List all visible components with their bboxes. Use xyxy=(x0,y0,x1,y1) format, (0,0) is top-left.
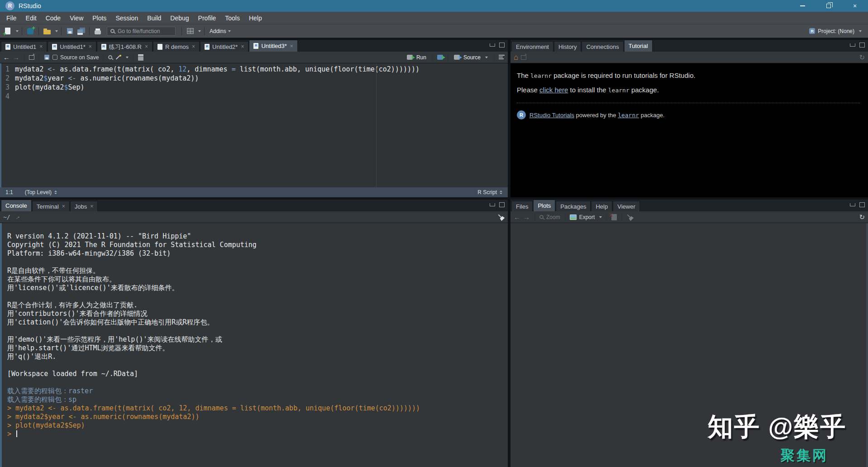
open-in-new-window-icon[interactable] xyxy=(29,55,34,60)
save-document-icon[interactable] xyxy=(44,55,49,60)
export-button[interactable]: Export xyxy=(579,214,595,220)
find-replace-icon[interactable] xyxy=(108,55,112,59)
files-tab-help[interactable]: Help xyxy=(591,201,612,211)
files-tab-viewer[interactable]: Viewer xyxy=(613,201,640,211)
console-tab-console[interactable]: Console xyxy=(1,200,32,211)
env-tab-environment[interactable]: Environment xyxy=(511,41,553,52)
code-line[interactable]: 4 xyxy=(1,92,508,101)
addins-dropdown[interactable]: Addins xyxy=(208,28,233,34)
close-icon[interactable]: × xyxy=(89,44,92,49)
open-in-new-window-icon[interactable] xyxy=(521,55,526,60)
menu-file[interactable]: File xyxy=(2,12,21,24)
menu-edit[interactable]: Edit xyxy=(21,12,41,24)
menu-code[interactable]: Code xyxy=(41,12,65,24)
rerun-icon[interactable] xyxy=(437,55,443,60)
working-directory[interactable]: ~/ xyxy=(3,214,10,220)
minimize-pane-icon[interactable] xyxy=(490,43,495,47)
run-button[interactable]: Run xyxy=(405,54,428,61)
clear-console-icon[interactable] xyxy=(496,212,506,222)
console-output[interactable]: R version 4.1.2 (2021-11-01) -- "Bird Hi… xyxy=(0,223,508,467)
close-icon[interactable]: × xyxy=(90,204,93,209)
scope-selector[interactable]: (Top Level) xyxy=(25,189,57,195)
clear-all-plots-icon[interactable] xyxy=(625,212,635,222)
project-selector[interactable]: R Project: (None) xyxy=(809,28,865,34)
export-dropdown-icon[interactable] xyxy=(599,216,602,218)
code-tools-dropdown-icon[interactable] xyxy=(126,57,129,58)
document-outline-icon[interactable] xyxy=(499,54,505,60)
close-icon[interactable]: × xyxy=(192,44,195,49)
close-icon[interactable]: × xyxy=(62,204,65,209)
maximize-pane-icon[interactable] xyxy=(499,202,505,207)
new-project-icon[interactable] xyxy=(25,26,35,36)
code-line[interactable]: 2mydata2$year <- as.numeric(rownames(myd… xyxy=(1,74,508,83)
open-recent-dropdown-icon[interactable] xyxy=(55,30,58,32)
menu-view[interactable]: View xyxy=(65,12,88,24)
next-plot-icon[interactable]: → xyxy=(523,214,530,220)
menu-tools[interactable]: Tools xyxy=(220,12,244,24)
close-icon[interactable]: × xyxy=(290,43,293,49)
panes-layout-dropdown-icon[interactable] xyxy=(198,30,201,32)
print-icon[interactable] xyxy=(93,26,103,36)
code-tools-icon[interactable] xyxy=(115,54,121,61)
link[interactable]: learnr xyxy=(618,112,639,119)
back-icon[interactable]: ← xyxy=(3,54,10,61)
maximize-pane-icon[interactable] xyxy=(499,43,505,48)
home-icon[interactable]: ⌂ xyxy=(514,53,518,61)
menu-help[interactable]: Help xyxy=(244,12,267,24)
minimize-pane-icon[interactable] xyxy=(850,203,855,206)
goto-file-input[interactable]: Go to file/function xyxy=(107,27,176,36)
zoom-plot-icon[interactable] xyxy=(539,215,544,219)
new-file-dropdown-icon[interactable] xyxy=(16,30,19,32)
code-line[interactable]: 3plot(mydata2$Sep) xyxy=(1,83,508,92)
editor-tab--1-608-r[interactable]: 练习1-608.R× xyxy=(97,41,153,52)
files-tab-plots[interactable]: Plots xyxy=(533,200,555,211)
env-tab-connections[interactable]: Connections xyxy=(582,41,623,52)
close-icon[interactable]: × xyxy=(145,44,148,49)
files-tab-files[interactable]: Files xyxy=(511,201,533,211)
minimize-button[interactable] xyxy=(789,0,816,12)
minimize-pane-icon[interactable] xyxy=(850,43,855,47)
compile-report-icon[interactable] xyxy=(138,54,143,61)
link[interactable]: RStudio Tutorials xyxy=(529,112,574,119)
source-on-save-checkbox[interactable] xyxy=(52,55,57,60)
save-all-icon[interactable] xyxy=(76,26,86,36)
menu-session[interactable]: Session xyxy=(111,12,143,24)
editor-tab-untitled1-[interactable]: Untitled1*× xyxy=(48,41,96,52)
editor-tab-untitled3-[interactable]: Untitled3*× xyxy=(249,40,297,52)
source-button[interactable]: Source xyxy=(453,54,489,61)
maximize-pane-icon[interactable] xyxy=(859,43,865,48)
files-tab-packages[interactable]: Packages xyxy=(556,201,591,211)
menu-debug[interactable]: Debug xyxy=(166,12,193,24)
menu-plots[interactable]: Plots xyxy=(88,12,111,24)
console-tab-terminal[interactable]: Terminal× xyxy=(32,201,70,211)
open-file-icon[interactable] xyxy=(42,26,52,36)
menu-build[interactable]: Build xyxy=(143,12,166,24)
refresh-icon[interactable]: ↻ xyxy=(859,214,865,220)
maximize-pane-icon[interactable] xyxy=(859,202,865,207)
minimize-pane-icon[interactable] xyxy=(490,203,495,206)
env-tab-tutorial[interactable]: Tutorial xyxy=(624,40,653,52)
save-icon[interactable] xyxy=(65,26,75,36)
refresh-icon[interactable]: ↻ xyxy=(859,54,865,61)
code-editor[interactable]: 1mydata2 <- as.data.frame(t(matrix( co2,… xyxy=(0,63,508,187)
link[interactable]: click here xyxy=(539,86,568,94)
panes-layout-icon[interactable] xyxy=(185,26,195,36)
previous-plot-icon[interactable]: ← xyxy=(514,214,520,220)
console-tab-jobs[interactable]: Jobs× xyxy=(70,201,98,211)
forward-icon[interactable]: → xyxy=(13,54,19,61)
remove-plot-icon[interactable] xyxy=(611,214,617,220)
new-file-icon[interactable] xyxy=(3,26,13,36)
doc-type-selector[interactable]: R Script xyxy=(477,189,502,195)
close-icon[interactable]: × xyxy=(241,44,244,49)
maximize-button[interactable] xyxy=(816,0,842,12)
env-tab-history[interactable]: History xyxy=(554,41,581,52)
code-line[interactable]: 1mydata2 <- as.data.frame(t(matrix( co2,… xyxy=(1,65,508,74)
menu-bar: FileEditCodeViewPlotsSessionBuildDebugPr… xyxy=(0,12,868,24)
goto-directory-icon[interactable]: → xyxy=(12,213,21,222)
close-button[interactable]: × xyxy=(842,0,868,12)
editor-tab-r-demos[interactable]: R demos× xyxy=(153,41,200,52)
editor-tab-untitled2-[interactable]: Untitled2*× xyxy=(200,41,248,52)
editor-tab-untitled1[interactable]: Untitled1× xyxy=(1,41,47,52)
close-icon[interactable]: × xyxy=(39,44,43,49)
menu-profile[interactable]: Profile xyxy=(194,12,221,24)
